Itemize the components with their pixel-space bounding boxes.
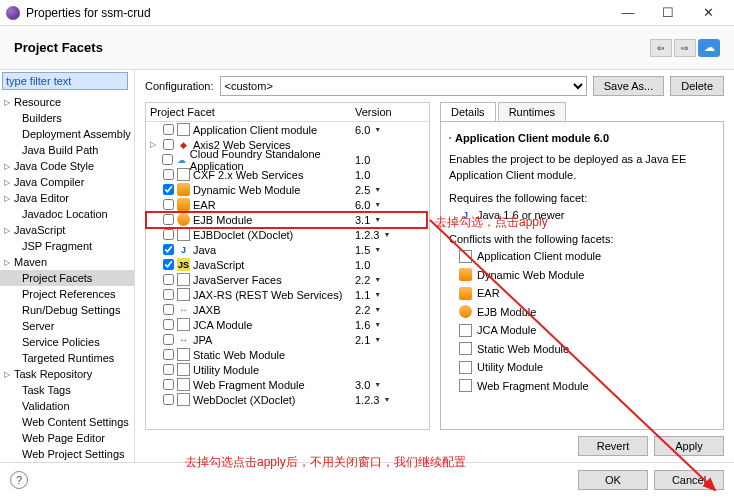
facet-checkbox[interactable]: [163, 289, 174, 300]
save-as-button[interactable]: Save As...: [593, 76, 665, 96]
facet-checkbox[interactable]: [163, 349, 174, 360]
facet-checkbox[interactable]: [163, 259, 174, 270]
tab-details[interactable]: Details: [440, 102, 496, 121]
sidebar-item-task-tags[interactable]: Task Tags: [0, 382, 134, 398]
sidebar-item-targeted-runtimes[interactable]: Targeted Runtimes: [0, 350, 134, 366]
facet-checkbox[interactable]: [163, 274, 174, 285]
facet-checkbox[interactable]: [163, 244, 174, 255]
facet-checkbox[interactable]: [162, 154, 173, 165]
facet-row[interactable]: EJB Module3.1▼: [146, 212, 429, 227]
doc-icon: [459, 361, 472, 374]
sidebar-item-java-compiler[interactable]: ▷Java Compiler: [0, 174, 134, 190]
sidebar-item-project-facets[interactable]: Project Facets: [0, 270, 134, 286]
tab-runtimes[interactable]: Runtimes: [498, 102, 566, 121]
facet-checkbox[interactable]: [163, 214, 174, 225]
sidebar-item-javascript[interactable]: ▷JavaScript: [0, 222, 134, 238]
detail-desc: Enables the project to be deployed as a …: [449, 151, 715, 184]
facet-row[interactable]: JavaServer Faces2.2▼: [146, 272, 429, 287]
doc-icon: [177, 393, 190, 406]
maximize-button[interactable]: ☐: [648, 1, 688, 25]
facet-checkbox[interactable]: [163, 169, 174, 180]
doc-icon: [177, 228, 190, 241]
facet-checkbox[interactable]: [163, 229, 174, 240]
doc-icon: [177, 363, 190, 376]
facet-row[interactable]: EAR6.0▼: [146, 197, 429, 212]
apply-button[interactable]: Apply: [654, 436, 724, 456]
sidebar-item-java-build-path[interactable]: Java Build Path: [0, 142, 134, 158]
doc-icon: [459, 379, 472, 392]
cancel-button[interactable]: Cancel: [654, 470, 724, 490]
col-version: Version: [351, 103, 429, 121]
sidebar-item-builders[interactable]: Builders: [0, 110, 134, 126]
facet-checkbox[interactable]: [163, 319, 174, 330]
facet-checkbox[interactable]: [163, 304, 174, 315]
facet-checkbox[interactable]: [163, 124, 174, 135]
doc-icon: [177, 318, 190, 331]
sidebar-item-web-content-settings[interactable]: Web Content Settings: [0, 414, 134, 430]
sidebar-item-javadoc-location[interactable]: Javadoc Location: [0, 206, 134, 222]
doc-icon: [177, 123, 190, 136]
sidebar-item-web-page-editor[interactable]: Web Page Editor: [0, 430, 134, 446]
ear-icon: [459, 268, 472, 281]
facet-row[interactable]: Utility Module: [146, 362, 429, 377]
ok-button[interactable]: OK: [578, 470, 648, 490]
facet-checkbox[interactable]: [163, 184, 174, 195]
doc-icon: [177, 273, 190, 286]
cloud-icon: ☁: [176, 153, 187, 166]
forward-button[interactable]: ⇨: [674, 39, 696, 57]
sidebar-item-run-debug-settings[interactable]: Run/Debug Settings: [0, 302, 134, 318]
sidebar-item-project-references[interactable]: Project References: [0, 286, 134, 302]
facet-row[interactable]: EJBDoclet (XDoclet)1.2.3▼: [146, 227, 429, 242]
facet-checkbox[interactable]: [163, 364, 174, 375]
facet-checkbox[interactable]: [163, 334, 174, 345]
minimize-button[interactable]: —: [608, 1, 648, 25]
sidebar-item-server[interactable]: Server: [0, 318, 134, 334]
conf-item: EAR: [449, 284, 715, 303]
sidebar-item-web-project-settings[interactable]: Web Project Settings: [0, 446, 134, 462]
sidebar-item-deployment-assembly[interactable]: Deployment Assembly: [0, 126, 134, 142]
facet-row[interactable]: Web Fragment Module3.0▼: [146, 377, 429, 392]
facet-row[interactable]: Static Web Module: [146, 347, 429, 362]
close-button[interactable]: ✕: [688, 1, 728, 25]
facet-checkbox[interactable]: [163, 379, 174, 390]
green-icon: ↔: [177, 303, 190, 316]
doc-icon: [459, 324, 472, 337]
facet-row[interactable]: WebDoclet (XDoclet)1.2.3▼: [146, 392, 429, 407]
doc-icon: [177, 288, 190, 301]
details-panel: Details Runtimes Application Client modu…: [440, 102, 724, 430]
sidebar-item-resource[interactable]: ▷Resource: [0, 94, 134, 110]
facet-row[interactable]: Application Client module6.0▼: [146, 122, 429, 137]
revert-button[interactable]: Revert: [578, 436, 648, 456]
cloud-icon[interactable]: ☁: [698, 39, 720, 57]
sidebar-item-java-editor[interactable]: ▷Java Editor: [0, 190, 134, 206]
facet-row[interactable]: CXF 2.x Web Services1.0: [146, 167, 429, 182]
facet-row[interactable]: JSJavaScript1.0: [146, 257, 429, 272]
sidebar-item-maven[interactable]: ▷Maven: [0, 254, 134, 270]
facet-checkbox[interactable]: [163, 199, 174, 210]
sidebar-item-java-code-style[interactable]: ▷Java Code Style: [0, 158, 134, 174]
facet-row[interactable]: ☁Cloud Foundry Standalone Application1.0: [146, 152, 429, 167]
sidebar-item-task-repository[interactable]: ▷Task Repository: [0, 366, 134, 382]
delete-button[interactable]: Delete: [670, 76, 724, 96]
sidebar-item-validation[interactable]: Validation: [0, 398, 134, 414]
facets-table[interactable]: Project Facet Version Application Client…: [145, 102, 430, 430]
facet-checkbox[interactable]: [163, 394, 174, 405]
java-icon: J: [177, 243, 190, 256]
help-icon[interactable]: ?: [10, 471, 28, 489]
ear-icon: [177, 198, 190, 211]
facet-row[interactable]: ↔JPA2.1▼: [146, 332, 429, 347]
config-select[interactable]: <custom>: [220, 76, 587, 96]
sidebar-item-jsp-fragment[interactable]: JSP Fragment: [0, 238, 134, 254]
back-button[interactable]: ⇦: [650, 39, 672, 57]
annotation-2: 去掉勾选点击apply后，不用关闭窗口，我们继续配置: [185, 454, 466, 471]
nav-tree: ▷ResourceBuildersDeployment AssemblyJava…: [0, 92, 134, 462]
main-panel: Configuration: <custom> Save As... Delet…: [135, 70, 734, 462]
doc-icon: [177, 168, 190, 181]
sidebar-item-service-policies[interactable]: Service Policies: [0, 334, 134, 350]
facet-row[interactable]: JAX-RS (REST Web Services)1.1▼: [146, 287, 429, 302]
facet-row[interactable]: Dynamic Web Module2.5▼: [146, 182, 429, 197]
facet-row[interactable]: JCA Module1.6▼: [146, 317, 429, 332]
filter-input[interactable]: [2, 72, 128, 90]
facet-row[interactable]: JJava1.5▼: [146, 242, 429, 257]
facet-row[interactable]: ↔JAXB2.2▼: [146, 302, 429, 317]
